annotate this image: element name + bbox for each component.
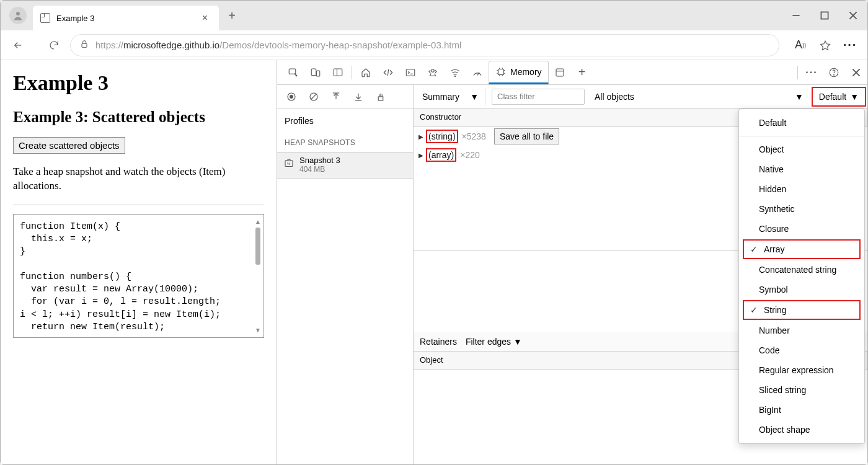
page-h1: Example 3 bbox=[13, 71, 264, 95]
menu-item-number[interactable]: Number bbox=[739, 321, 864, 340]
menu-item-object-shape[interactable]: Object shape bbox=[739, 420, 864, 440]
close-devtools-button[interactable] bbox=[845, 61, 867, 84]
memory-toolbar bbox=[277, 85, 413, 108]
constructor-name: (string) bbox=[426, 130, 458, 143]
svg-point-17 bbox=[454, 76, 456, 77]
new-panel-button[interactable]: + bbox=[571, 61, 593, 84]
scroll-down-icon[interactable]: ▼ bbox=[254, 327, 262, 334]
menu-item-synthetic[interactable]: Synthetic bbox=[739, 199, 864, 219]
profile-avatar[interactable] bbox=[9, 7, 27, 24]
menu-item-default[interactable]: Default bbox=[739, 113, 864, 133]
refresh-button[interactable] bbox=[43, 34, 65, 56]
menu-item-sliced-string[interactable]: Sliced string bbox=[739, 380, 864, 400]
back-button[interactable] bbox=[7, 34, 29, 56]
devtools-body: Profiles HEAP SNAPSHOTS % Snapshot 3 404… bbox=[277, 85, 867, 464]
snapshot-name: Snapshot 3 bbox=[299, 156, 340, 166]
export-button[interactable] bbox=[326, 87, 347, 106]
menu-item-concat-string[interactable]: Concatenated string bbox=[739, 260, 864, 280]
menu-item-object[interactable]: Object bbox=[739, 140, 864, 159]
retainers-label: Retainers bbox=[420, 337, 457, 347]
expand-icon[interactable]: ▶ bbox=[418, 152, 423, 159]
profiles-label: Profiles bbox=[277, 108, 413, 133]
menu-item-symbol[interactable]: Symbol bbox=[739, 280, 864, 299]
menu-item-regex[interactable]: Regular expression bbox=[739, 360, 864, 380]
device-icon[interactable] bbox=[304, 61, 327, 84]
class-filter-input[interactable] bbox=[492, 89, 585, 105]
content-area: Example 3 Example 3: Scattered objects C… bbox=[1, 60, 867, 464]
svg-point-16 bbox=[432, 69, 435, 72]
filter-edges-dropdown[interactable]: Filter edges▼ bbox=[466, 337, 522, 347]
col-constructor[interactable]: Constructor bbox=[414, 108, 757, 126]
tab-title: Example 3 bbox=[56, 14, 198, 23]
import-button[interactable] bbox=[348, 87, 369, 106]
inspect-icon[interactable] bbox=[282, 61, 304, 84]
divider bbox=[13, 205, 264, 205]
application-tab-icon[interactable] bbox=[549, 61, 571, 84]
menu-item-array[interactable]: Array bbox=[743, 239, 861, 259]
svg-rect-28 bbox=[556, 69, 564, 76]
browser-window: Example 3 × + https://microsoftedge.gith… bbox=[0, 0, 868, 465]
dock-icon[interactable] bbox=[327, 61, 349, 84]
minimize-button[interactable] bbox=[782, 3, 810, 28]
chevron-down-icon: ▼ bbox=[850, 92, 859, 102]
heap-snapshots-header: HEAP SNAPSHOTS bbox=[277, 133, 413, 153]
scrollbar[interactable]: ▲ ▼ bbox=[254, 218, 262, 334]
menu-item-closure[interactable]: Closure bbox=[739, 219, 864, 239]
all-objects-dropdown[interactable]: All objects▼ bbox=[588, 92, 810, 102]
gc-button[interactable] bbox=[370, 87, 391, 106]
menu-item-hidden[interactable]: Hidden bbox=[739, 179, 864, 199]
menu-item-code[interactable]: Code bbox=[739, 340, 864, 360]
record-button[interactable] bbox=[281, 87, 302, 106]
browser-toolbar: https://microsoftedge.github.io/Demos/de… bbox=[1, 30, 867, 60]
svg-rect-8 bbox=[289, 69, 296, 74]
menu-item-bigint[interactable]: BigInt bbox=[739, 400, 864, 420]
col-object[interactable]: Object bbox=[414, 352, 752, 370]
chip-icon bbox=[495, 66, 507, 78]
menu-item-native[interactable]: Native bbox=[739, 159, 864, 179]
network-tab-icon[interactable] bbox=[444, 61, 466, 84]
more-tools-button[interactable]: ··· bbox=[800, 61, 823, 84]
help-button[interactable] bbox=[823, 61, 845, 84]
constructor-count: ×5238 bbox=[462, 131, 486, 141]
url-text: https://microsoftedge.github.io/Demos/de… bbox=[95, 40, 461, 50]
read-aloud-button[interactable]: A)) bbox=[789, 34, 812, 56]
browser-tab[interactable]: Example 3 × bbox=[33, 6, 219, 30]
more-button[interactable]: ··· bbox=[839, 34, 861, 56]
new-tab-button[interactable]: + bbox=[221, 5, 242, 26]
create-scattered-objects-button[interactable]: Create scattered objects bbox=[13, 137, 125, 154]
close-window-button[interactable] bbox=[839, 3, 867, 28]
code-box: function Item(x) { this.x = x; } functio… bbox=[13, 214, 264, 338]
sources-tab-icon[interactable] bbox=[422, 61, 444, 84]
titlebar: Example 3 × + bbox=[1, 1, 867, 30]
svg-line-13 bbox=[388, 69, 389, 76]
elements-tab-icon[interactable] bbox=[377, 61, 399, 84]
scroll-thumb[interactable] bbox=[255, 228, 260, 265]
console-tab-icon[interactable] bbox=[399, 61, 422, 84]
welcome-tab-icon[interactable] bbox=[355, 61, 377, 84]
page-desc: Take a heap snapshot and watch the objec… bbox=[13, 165, 264, 193]
close-tab-button[interactable]: × bbox=[198, 11, 211, 25]
svg-text:%: % bbox=[287, 162, 291, 166]
snapshot-icon: % bbox=[283, 158, 294, 172]
svg-rect-42 bbox=[378, 97, 383, 100]
svg-rect-11 bbox=[334, 69, 342, 76]
scroll-up-icon[interactable]: ▲ bbox=[254, 218, 262, 225]
save-all-button[interactable]: Save all to file bbox=[494, 128, 559, 144]
page-content: Example 3 Example 3: Scattered objects C… bbox=[1, 60, 277, 464]
maximize-button[interactable] bbox=[810, 3, 839, 28]
summary-dropdown[interactable]: Summary▼ bbox=[416, 88, 485, 105]
snapshot-item[interactable]: % Snapshot 3 404 MB bbox=[277, 153, 413, 179]
clear-button[interactable] bbox=[303, 87, 324, 106]
menu-item-string[interactable]: String bbox=[743, 300, 861, 320]
favorite-button[interactable] bbox=[814, 34, 836, 56]
default-filter-dropdown[interactable]: Default▼ bbox=[812, 87, 866, 107]
memory-tab[interactable]: Memory bbox=[489, 61, 549, 84]
chevron-down-icon: ▼ bbox=[470, 92, 479, 102]
performance-tab-icon[interactable] bbox=[466, 61, 489, 84]
person-icon bbox=[12, 10, 24, 21]
memory-filter-bar: Summary▼ All objects▼ Default▼ bbox=[414, 85, 867, 108]
chevron-down-icon: ▼ bbox=[513, 337, 522, 347]
address-bar[interactable]: https://microsoftedge.github.io/Demos/de… bbox=[70, 34, 779, 56]
expand-icon[interactable]: ▶ bbox=[418, 133, 423, 140]
memory-tab-label: Memory bbox=[510, 67, 542, 77]
